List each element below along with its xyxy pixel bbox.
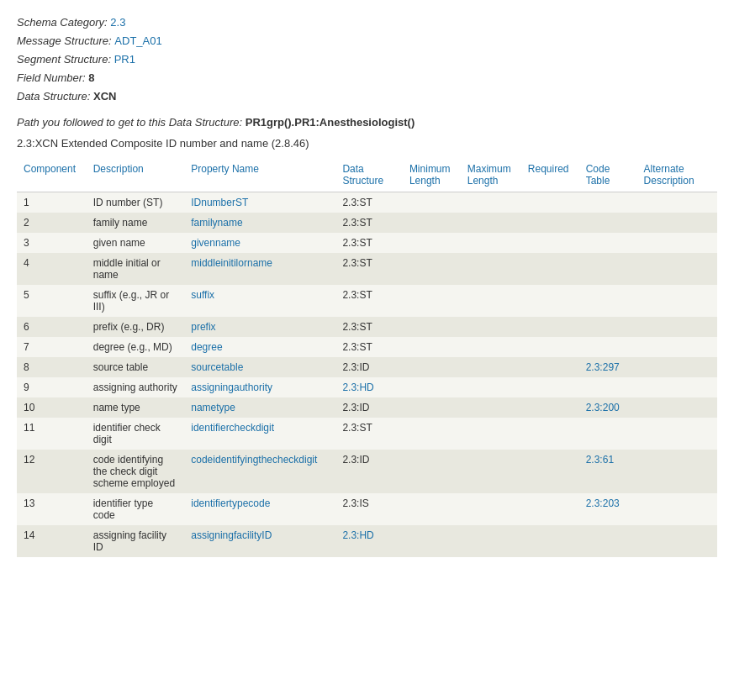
property-name-link[interactable]: identifiercheckdigit (191, 422, 274, 434)
cell-minlen (403, 357, 461, 377)
cell-description: identifier type code (87, 493, 185, 525)
cell-description: assigning facility ID (87, 525, 185, 557)
cell-required (521, 377, 579, 397)
cell-propname[interactable]: codeidentifyingthecheckdigit (184, 450, 335, 493)
cell-ds: 2.3:ST (335, 192, 402, 213)
cell-maxlen (461, 377, 521, 397)
cell-altdesc (637, 525, 717, 557)
cell-description: name type (87, 397, 185, 418)
cell-required (521, 253, 579, 285)
property-name-link[interactable]: familyname (191, 217, 242, 229)
table-row: 7 degree (e.g., MD) degree 2.3:ST (17, 337, 717, 357)
cell-propname[interactable]: assigningauthority (184, 377, 335, 397)
table-row: 13 identifier type code identifiertypeco… (17, 493, 717, 525)
ds-text: 2.3:ID (342, 361, 369, 373)
cell-maxlen (461, 253, 521, 285)
cell-required (521, 192, 579, 213)
cell-propname[interactable]: sourcetable (184, 357, 335, 377)
cell-required (521, 337, 579, 357)
code-table-link[interactable]: 2.3:203 (586, 497, 620, 509)
code-table-link[interactable]: 2.3:297 (586, 361, 620, 373)
cell-codetable[interactable]: 2.3:200 (579, 397, 637, 418)
cell-component: 2 (17, 213, 87, 233)
col-header-required: Required (521, 158, 579, 192)
property-name-link[interactable]: middleinitilorname (191, 257, 272, 269)
message-structure-value[interactable]: ADT_A01 (114, 34, 161, 47)
cell-maxlen (461, 418, 521, 450)
cell-propname[interactable]: middleinitilorname (184, 253, 335, 285)
cell-altdesc (637, 317, 717, 337)
ds-text: 2.3:ID (342, 402, 369, 413)
ds-text: 2.3:ST (342, 341, 372, 353)
ds-text: 2.3:ST (342, 289, 372, 301)
property-name-link[interactable]: assigningfacilityID (191, 529, 272, 541)
cell-propname[interactable]: familyname (184, 213, 335, 233)
col-header-minlen: Minimum Length (403, 158, 461, 192)
property-name-link[interactable]: suffix (191, 289, 214, 301)
cell-altdesc (637, 253, 717, 285)
schema-category-value[interactable]: 2.3 (110, 16, 125, 29)
table-row: 4 middle initial or name middleinitilorn… (17, 253, 717, 285)
cell-propname[interactable]: prefix (184, 317, 335, 337)
property-name-link[interactable]: sourcetable (191, 361, 243, 373)
cell-codetable (579, 192, 637, 213)
property-name-link[interactable]: assigningauthority (191, 382, 272, 393)
cell-propname[interactable]: IDnumberST (184, 192, 335, 213)
cell-codetable (579, 317, 637, 337)
property-name-link[interactable]: IDnumberST (191, 197, 248, 208)
cell-ds[interactable]: 2.3:HD (335, 377, 402, 397)
cell-propname[interactable]: identifiertypecode (184, 493, 335, 525)
cell-required (521, 493, 579, 525)
cell-propname[interactable]: degree (184, 337, 335, 357)
cell-propname[interactable]: nametype (184, 397, 335, 418)
cell-required (521, 213, 579, 233)
table-row: 14 assigning facility ID assigningfacili… (17, 525, 717, 557)
col-header-propname: Property Name (184, 158, 335, 192)
cell-minlen (403, 525, 461, 557)
cell-maxlen (461, 525, 521, 557)
path-value: PR1grp().PR1:Anesthesiologist() (246, 116, 415, 129)
property-name-link[interactable]: prefix (191, 321, 215, 333)
property-name-link[interactable]: codeidentifyingthecheckdigit (191, 454, 317, 466)
cell-ds[interactable]: 2.3:HD (335, 525, 402, 557)
property-name-link[interactable]: identifiertypecode (191, 497, 270, 509)
cell-ds: 2.3:ST (335, 317, 402, 337)
segment-structure-value[interactable]: PR1 (114, 53, 135, 66)
cell-propname[interactable]: identifiercheckdigit (184, 418, 335, 450)
cell-ds: 2.3:IS (335, 493, 402, 525)
ds-link[interactable]: 2.3:HD (342, 529, 373, 541)
cell-codetable (579, 377, 637, 397)
ds-text: 2.3:ST (342, 217, 372, 229)
cell-minlen (403, 397, 461, 418)
property-name-link[interactable]: nametype (191, 402, 235, 413)
table-row: 1 ID number (ST) IDnumberST 2.3:ST (17, 192, 717, 213)
ds-link[interactable]: 2.3:HD (342, 382, 373, 393)
property-name-link[interactable]: givenname (191, 237, 240, 249)
data-structure-value: XCN (93, 90, 116, 103)
col-header-component: Component (17, 158, 87, 192)
cell-codetable[interactable]: 2.3:203 (579, 493, 637, 525)
cell-altdesc (637, 233, 717, 253)
cell-propname[interactable]: givenname (184, 233, 335, 253)
cell-component: 10 (17, 397, 87, 418)
cell-codetable[interactable]: 2.3:297 (579, 357, 637, 377)
cell-maxlen (461, 317, 521, 337)
cell-codetable (579, 418, 637, 450)
path-section: Path you followed to get to this Data St… (17, 116, 717, 129)
property-name-link[interactable]: degree (191, 341, 222, 353)
code-table-link[interactable]: 2.3:61 (586, 454, 614, 466)
cell-ds: 2.3:ST (335, 213, 402, 233)
code-table-link[interactable]: 2.3:200 (586, 402, 620, 413)
col-header-codetable: Code Table (579, 158, 637, 192)
cell-minlen (403, 233, 461, 253)
cell-codetable[interactable]: 2.3:61 (579, 450, 637, 493)
ds-text: 2.3:ID (342, 454, 369, 466)
meta-section: Schema Category: 2.3 Message Structure: … (17, 13, 717, 106)
cell-component: 4 (17, 253, 87, 285)
cell-minlen (403, 493, 461, 525)
cell-propname[interactable]: suffix (184, 285, 335, 317)
cell-propname[interactable]: assigningfacilityID (184, 525, 335, 557)
table-row: 3 given name givenname 2.3:ST (17, 233, 717, 253)
col-header-description: Description (87, 158, 185, 192)
cell-minlen (403, 253, 461, 285)
